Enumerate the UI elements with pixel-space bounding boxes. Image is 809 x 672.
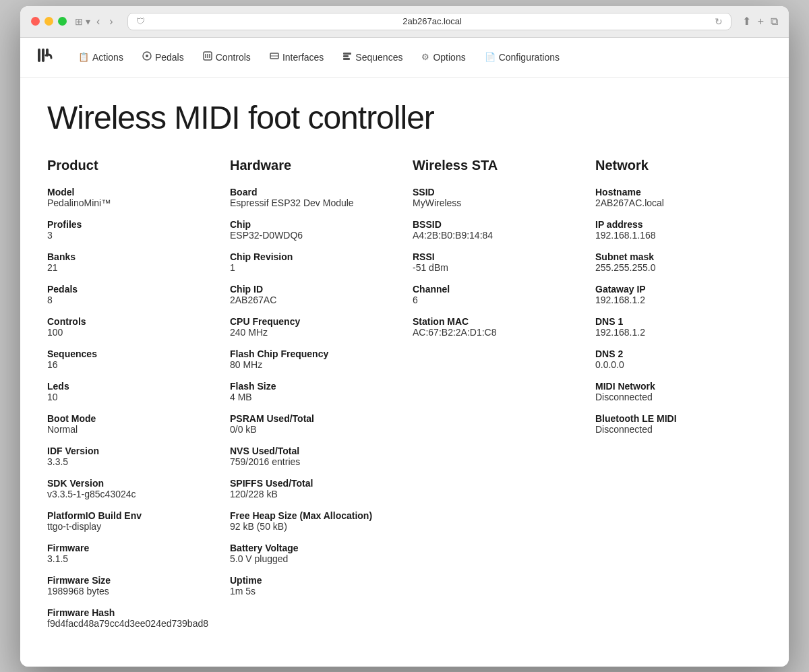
info-item-value: PedalinoMini™ <box>47 197 214 208</box>
info-item-value: 10 <box>47 392 214 402</box>
info-item: Leds10 <box>47 381 214 402</box>
info-item-label: RSSI <box>413 251 579 262</box>
pedals-icon <box>142 51 152 63</box>
close-button[interactable] <box>31 17 40 26</box>
info-item: IP address192.168.1.168 <box>595 219 762 241</box>
maximize-button[interactable] <box>58 17 67 26</box>
info-item-label: SDK Version <box>47 478 214 489</box>
info-item-label: CPU Frequency <box>230 316 396 327</box>
main-content: Wireless MIDI foot controller ProductMod… <box>20 78 789 667</box>
info-item-value: 4 MB <box>230 392 396 402</box>
info-item-label: IDF Version <box>47 446 214 456</box>
info-item-value: 0/0 kB <box>230 424 396 435</box>
column-header-product: Product <box>47 158 214 176</box>
info-item: NVS Used/Total759/2016 entries <box>230 446 396 467</box>
info-column-product: ProductModelPedalinoMini™Profiles3Banks2… <box>47 158 214 640</box>
info-item-label: SPIFFS Used/Total <box>230 478 396 489</box>
info-item: Battery Voltage5.0 V plugged <box>230 543 396 564</box>
duplicate-button[interactable]: ⧉ <box>771 15 778 28</box>
info-item-label: BSSID <box>413 219 579 230</box>
info-item-value: Disconnected <box>595 424 762 435</box>
svg-rect-12 <box>343 55 349 57</box>
info-item-label: Uptime <box>230 575 396 586</box>
nav-item-actions[interactable]: 📋 Actions <box>69 47 133 67</box>
info-item-value: 240 MHz <box>230 327 396 338</box>
info-item: CPU Frequency240 MHz <box>230 316 396 338</box>
info-item-label: NVS Used/Total <box>230 446 396 456</box>
nav-item-controls[interactable]: Controls <box>193 47 260 67</box>
info-item-value: 8 <box>47 295 214 305</box>
new-tab-button[interactable]: + <box>758 15 764 28</box>
sidebar-toggle-icon[interactable]: ⊞ ▾ <box>75 16 90 27</box>
forward-button[interactable]: › <box>106 14 116 29</box>
info-item-label: PlatformIO Build Env <box>47 510 214 521</box>
info-item-label: MIDI Network <box>595 381 762 392</box>
minimize-button[interactable] <box>44 17 53 26</box>
info-item-value: 6 <box>413 295 579 305</box>
info-item-value: 100 <box>47 327 214 338</box>
info-item-label: Controls <box>47 316 214 327</box>
info-item: Firmware Hashf9d4facd48a79cc4d3ee024ed73… <box>47 607 214 629</box>
info-item-value: 92 kB (50 kB) <box>230 521 396 532</box>
reload-button[interactable]: ↻ <box>715 16 723 27</box>
info-item-label: Boot Mode <box>47 413 214 424</box>
column-header-network: Network <box>595 158 762 176</box>
info-item-label: Model <box>47 187 214 197</box>
share-button[interactable]: ⬆ <box>742 15 751 28</box>
nav-label-options: Options <box>433 52 465 63</box>
nav-item-sequences[interactable]: Sequences <box>333 47 412 67</box>
address-bar[interactable]: 🛡 2ab267ac.local ↻ <box>127 13 731 30</box>
security-icon: 🛡 <box>136 16 145 26</box>
info-item-value: ttgo-t-display <box>47 521 214 532</box>
info-item: Uptime1m 5s <box>230 575 396 597</box>
info-item-label: Firmware <box>47 543 214 553</box>
url-display[interactable]: 2ab267ac.local <box>150 16 715 26</box>
info-item: BoardEspressif ESP32 Dev Module <box>230 187 396 208</box>
info-column-wireless-sta: Wireless STASSIDMyWirelessBSSIDA4:2B:B0:… <box>413 158 579 640</box>
info-item-value: 3.3.5 <box>47 456 214 467</box>
info-item-value: v3.3.5-1-g85c43024c <box>47 489 214 499</box>
info-item-label: Chip Revision <box>230 251 396 262</box>
info-item-label: Free Heap Size (Max Allocation) <box>230 510 396 521</box>
info-item-value: 192.168.1.168 <box>595 230 762 241</box>
info-item-value: MyWireless <box>413 197 579 208</box>
nav-label-pedals: Pedals <box>155 52 184 63</box>
app-navbar: 📋 Actions Pedals Controls <box>20 38 789 78</box>
info-item-value: Normal <box>47 424 214 435</box>
info-item: MIDI NetworkDisconnected <box>595 381 762 402</box>
nav-item-options[interactable]: ⚙ Options <box>412 47 475 67</box>
info-item: Chip ID2AB267AC <box>230 284 396 305</box>
info-item-label: IP address <box>595 219 762 230</box>
app-logo <box>36 46 55 69</box>
info-item-value: 192.168.1.2 <box>595 327 762 338</box>
app-content: 📋 Actions Pedals Controls <box>20 38 789 667</box>
nav-item-interfaces[interactable]: Interfaces <box>260 47 333 67</box>
nav-item-pedals[interactable]: Pedals <box>133 47 193 67</box>
info-item-label: Pedals <box>47 284 214 295</box>
configurations-icon: 📄 <box>485 52 496 62</box>
info-item: Channel6 <box>413 284 579 305</box>
info-item: PSRAM Used/Total0/0 kB <box>230 413 396 435</box>
back-button[interactable]: ‹ <box>93 14 103 29</box>
info-item-label: Banks <box>47 251 214 262</box>
info-item-value: ESP32-D0WDQ6 <box>230 230 396 241</box>
nav-menu: 📋 Actions Pedals Controls <box>69 47 569 67</box>
info-item-label: Firmware Hash <box>47 607 214 618</box>
info-item-value: -51 dBm <box>413 262 579 273</box>
svg-rect-1 <box>42 49 44 62</box>
info-item-label: Gataway IP <box>595 284 762 295</box>
info-item: Flash Size4 MB <box>230 381 396 402</box>
nav-item-configurations[interactable]: 📄 Configurations <box>475 47 569 67</box>
info-item: Subnet mask255.255.255.0 <box>595 251 762 273</box>
info-item-label: Flash Size <box>230 381 396 392</box>
info-item: Free Heap Size (Max Allocation)92 kB (50… <box>230 510 396 532</box>
nav-label-controls: Controls <box>216 52 251 63</box>
info-item: PlatformIO Build Envttgo-t-display <box>47 510 214 532</box>
info-item-value: 1989968 bytes <box>47 586 214 597</box>
info-item-value: 1 <box>230 262 396 273</box>
info-item: IDF Version3.3.5 <box>47 446 214 467</box>
column-header-hardware: Hardware <box>230 158 396 176</box>
info-item: Firmware Size1989968 bytes <box>47 575 214 597</box>
info-item: ChipESP32-D0WDQ6 <box>230 219 396 241</box>
info-item: Controls100 <box>47 316 214 338</box>
